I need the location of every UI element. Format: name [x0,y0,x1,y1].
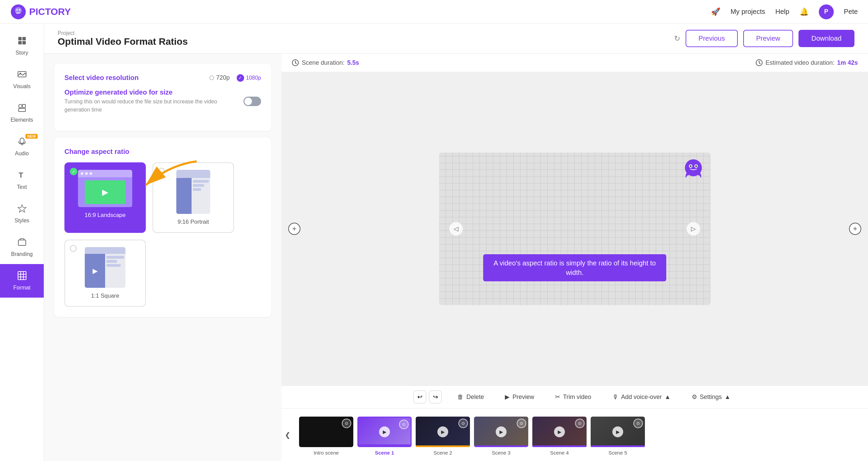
sidebar-item-format[interactable]: Format [0,264,44,298]
landscape-play: ▶ [85,180,125,204]
scene-thumb-4[interactable]: ⊙ ▶ Scene 4 [532,417,587,456]
undo-button[interactable]: ↩ [413,390,426,403]
resolution-720-radio[interactable] [210,76,214,80]
rocket-icon[interactable]: 🚀 [711,7,720,16]
timeline-collapse-button[interactable]: ❮ [281,414,294,456]
svg-rect-14 [20,138,24,143]
main-area: Story Visuals Elements NEW Audio T [0,24,868,461]
elements-label: Elements [11,117,33,123]
add-scene-right-button[interactable]: + [849,223,861,235]
my-projects-link[interactable]: My projects [730,8,765,16]
sidebar-item-styles[interactable]: Styles [0,197,44,230]
sidebar-item-visuals[interactable]: Visuals [0,63,44,96]
settings-label: Settings [700,394,722,401]
video-subtitle: A video's aspect ratio is simply the rat… [483,254,666,281]
landscape-check: ✓ [70,168,77,175]
scene-thumb-intro[interactable]: ⊙ Intro scene [299,417,353,456]
sidebar-item-branding[interactable]: Branding [0,230,44,264]
sidebar-item-audio[interactable]: NEW Audio [0,130,44,163]
scene2-label: Scene 2 [433,450,452,456]
scene2-thumb: ⊙ ▶ [416,417,470,447]
settings-button[interactable]: ⚙ Settings ▲ [686,390,736,403]
scene1-bar [358,444,411,446]
svg-rect-18 [18,240,26,245]
elements-icon [17,103,27,115]
previous-button[interactable]: Previous [686,30,738,47]
optimize-title: Optimize generated video for size [64,88,243,96]
square-card[interactable]: ▶ 1:1 Square [64,240,146,307]
app-logo[interactable]: P PICTORY [10,4,71,20]
scene-thumb-5[interactable]: ⊙ ▶ Scene 5 [591,417,645,456]
scene-thumb-2[interactable]: ⊙ ▶ Scene 2 [416,417,470,456]
user-avatar[interactable]: P [819,4,834,19]
square-radio [70,245,77,252]
landscape-card[interactable]: ✓ ▶ 16:9 Landscape [64,162,146,233]
refresh-icon[interactable]: ↻ [674,34,680,43]
sidebar-item-story[interactable]: Story [0,29,44,63]
settings-chevron: ▲ [725,394,731,401]
canvas-prev-arrow[interactable]: ◁ [449,222,463,236]
video-panel: Scene duration: 5.5s Estimated video dur… [281,54,868,461]
styles-icon [17,204,27,216]
branding-icon [17,237,27,249]
scene3-thumb: ⊙ ▶ [474,417,528,447]
help-link[interactable]: Help [775,8,789,16]
add-scene-left-button[interactable]: + [288,223,300,235]
scene1-thumb-wrapper: ⊙ ▶ [357,417,412,447]
visuals-icon [17,69,27,81]
sidebar-item-text[interactable]: T Text [0,163,44,197]
delete-icon: 🗑 [457,394,463,401]
video-canvas: ◁ ▷ A video's aspect ratio is simply the… [439,153,710,305]
scene4-overlay: ⊙ [575,419,585,428]
voiceover-icon: 🎙 [612,394,618,401]
scene5-thumb-wrapper: ⊙ ▶ [591,417,645,447]
resolution-1080-option[interactable]: ✓ 1080p [237,74,261,82]
scene-thumb-1[interactable]: 👁‍🗨 ⊙ ▶ Scene 1 [357,414,412,456]
optimize-toggle[interactable] [243,97,261,106]
username: Pete [844,8,858,16]
scene3-label: Scene 3 [492,450,510,456]
resolution-720-option[interactable]: 720p [210,74,230,81]
project-title: Optimal Video Format Ratios [58,36,674,47]
undo-redo-group: ↩ ↪ [413,390,442,403]
svg-marker-17 [18,205,26,212]
landscape-label: 16:9 Landscape [85,212,126,219]
trim-video-button[interactable]: ✂ Trim video [550,390,596,403]
scene3-overlay: ⊙ [517,419,526,428]
styles-label: Styles [15,218,29,224]
scene3-thumb-wrapper: ⊙ ▶ [474,417,528,447]
scene3-play: ▶ [496,426,507,437]
resolution-1080-check: ✓ [237,74,244,82]
body-panels: Select video resolution 720p ✓ 1080p [44,54,868,461]
delete-button[interactable]: 🗑 Delete [452,391,489,403]
optimize-row: Optimize generated video for size Turnin… [64,88,261,114]
audio-icon [17,137,27,148]
scene2-thumb-wrapper: ⊙ ▶ [416,417,470,447]
download-button[interactable]: Download [798,30,854,47]
resolution-title: Select video resolution [64,74,139,82]
sidebar-item-elements[interactable]: Elements [0,96,44,130]
scene5-thumb: ⊙ ▶ [591,417,645,447]
redo-button[interactable]: ↪ [429,390,442,403]
trim-label: Trim video [563,394,591,401]
format-panel: Select video resolution 720p ✓ 1080p [44,54,281,461]
svg-point-31 [695,165,697,167]
svg-rect-8 [22,41,26,44]
header-actions: ↻ Previous Preview Download [674,30,854,47]
format-label: Format [13,285,31,291]
aspect-ratio-section: Change aspect ratio [54,138,271,317]
canvas-next-arrow[interactable]: ▷ [687,222,700,236]
audio-label: Audio [15,151,29,157]
scene1-play: ▶ [379,426,390,437]
svg-point-29 [690,165,692,167]
preview-button[interactable]: Preview [743,30,793,47]
add-voiceover-button[interactable]: 🎙 Add voice-over ▲ [607,391,676,403]
scene1-label: Scene 1 [375,450,394,456]
portrait-card[interactable]: 9:16 Portrait [153,162,234,233]
estimated-duration-label: Estimated video duration: [766,59,834,66]
scene-duration-label: Scene duration: [302,59,344,66]
notification-icon[interactable]: 🔔 [800,7,809,16]
scene-thumb-3[interactable]: ⊙ ▶ Scene 3 [474,417,528,456]
preview-scene-button[interactable]: ▶ Preview [499,390,539,403]
scene4-thumb: ⊙ ▶ [532,417,587,447]
